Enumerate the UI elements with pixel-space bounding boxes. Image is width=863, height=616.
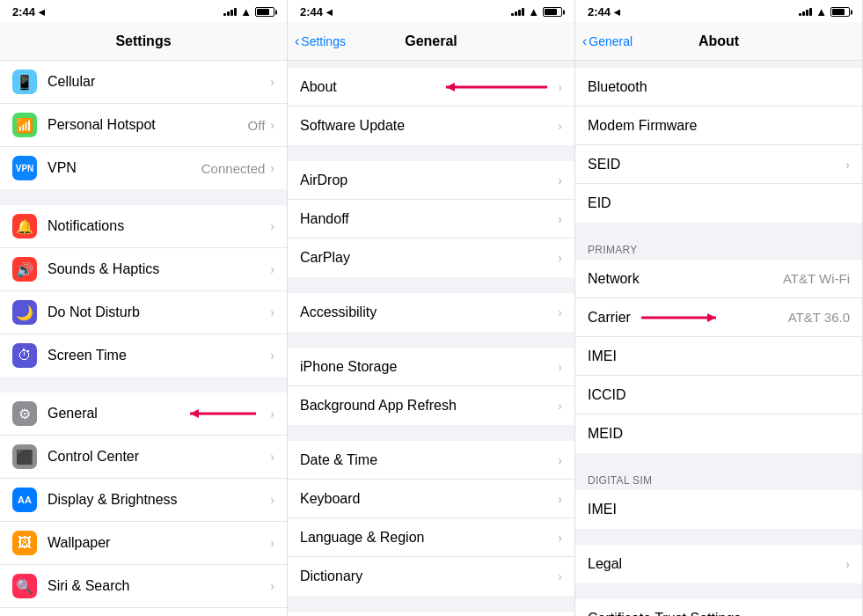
notifications-icon: 🔔 bbox=[12, 214, 37, 238]
screentime-row[interactable]: ⏱ Screen Time › bbox=[0, 334, 287, 377]
wallpaper-label: Wallpaper bbox=[48, 535, 270, 551]
display-row[interactable]: AA Display & Brightness › bbox=[0, 479, 287, 522]
general-row[interactable]: ⚙ General › bbox=[0, 392, 287, 436]
iphone-storage-row[interactable]: iPhone Storage › bbox=[288, 348, 574, 386]
meid-label: MEID bbox=[588, 426, 850, 442]
nav-bar-general: ‹ Settings General bbox=[288, 22, 574, 61]
status-time-3: 2:44 ◂ bbox=[588, 5, 620, 18]
accessibility-row[interactable]: Accessibility › bbox=[288, 293, 574, 332]
date-time-label: Date & Time bbox=[300, 452, 558, 468]
spacer-g2 bbox=[288, 277, 574, 293]
settings-section-2: 🔔 Notifications › 🔊 Sounds & Haptics › 🌙… bbox=[0, 205, 287, 377]
about-panel: 2:44 ◂ ▲ ‹ General About Bluetooth bbox=[575, 0, 863, 616]
siri-row[interactable]: 🔍 Siri & Search › bbox=[0, 565, 287, 608]
svg-marker-3 bbox=[446, 83, 455, 92]
cellular-row[interactable]: 📱 Cellular › bbox=[0, 61, 287, 104]
background-app-row[interactable]: Background App Refresh › bbox=[288, 386, 574, 425]
airdrop-row[interactable]: AirDrop › bbox=[288, 161, 574, 200]
spacer-g3 bbox=[288, 332, 574, 348]
language-label: Language & Region bbox=[300, 530, 558, 546]
bluetooth-row[interactable]: Bluetooth bbox=[575, 68, 862, 106]
itunes-sync-row[interactable]: iTunes Wi-Fi Sync › bbox=[288, 612, 574, 616]
notifications-row[interactable]: 🔔 Notifications › bbox=[0, 205, 287, 248]
faceid-row[interactable]: 👤 Face ID & Passcode › bbox=[0, 608, 287, 616]
software-update-row[interactable]: Software Update › bbox=[288, 106, 574, 145]
wallpaper-row[interactable]: 🖼 Wallpaper › bbox=[0, 522, 287, 565]
about-section-1: Bluetooth Modem Firmware SEID › EID bbox=[575, 68, 862, 223]
general-back-button[interactable]: ‹ Settings bbox=[295, 33, 346, 49]
cert-trust-row[interactable]: Certificate Trust Settings › bbox=[575, 599, 862, 616]
sounds-row[interactable]: 🔊 Sounds & Haptics › bbox=[0, 248, 287, 291]
battery-icon-2 bbox=[543, 7, 562, 17]
airdrop-chevron: › bbox=[558, 173, 562, 187]
language-chevron: › bbox=[558, 531, 562, 545]
general-section-3: Accessibility › bbox=[288, 293, 574, 332]
vpn-label: VPN bbox=[48, 160, 201, 176]
seid-row[interactable]: SEID › bbox=[575, 145, 862, 184]
iccid-row[interactable]: ICCID bbox=[575, 376, 862, 414]
legal-row[interactable]: Legal › bbox=[575, 545, 862, 583]
vpn-row[interactable]: VPN VPN Connected › bbox=[0, 147, 287, 189]
imei-digital-row[interactable]: IMEI bbox=[575, 490, 862, 529]
spacer-a2 bbox=[575, 453, 862, 469]
meid-row[interactable]: MEID bbox=[575, 414, 862, 453]
about-section-primary: PRIMARY Network AT&T Wi-Fi Carrier AT&T … bbox=[575, 238, 862, 453]
general-list[interactable]: About › Software Update › AirDrop › Hand… bbox=[288, 61, 574, 616]
siri-icon: 🔍 bbox=[12, 574, 37, 598]
hotspot-row[interactable]: 📶 Personal Hotspot Off › bbox=[0, 104, 287, 147]
legal-chevron: › bbox=[845, 557, 850, 571]
about-row[interactable]: About › bbox=[288, 68, 574, 106]
digital-sim-header: DIGITAL SIM bbox=[575, 469, 862, 490]
background-app-label: Background App Refresh bbox=[300, 398, 558, 414]
donotdisturb-row[interactable]: 🌙 Do Not Disturb › bbox=[0, 291, 287, 334]
settings-list[interactable]: 📱 Cellular › 📶 Personal Hotspot Off › VP… bbox=[0, 61, 287, 616]
battery-icon-1 bbox=[255, 7, 274, 17]
general-nav-title: General bbox=[405, 33, 457, 49]
about-back-button[interactable]: ‹ General bbox=[582, 33, 633, 49]
carplay-row[interactable]: CarPlay › bbox=[288, 238, 574, 277]
cellular-label: Cellular bbox=[48, 74, 270, 90]
network-row[interactable]: Network AT&T Wi-Fi bbox=[575, 260, 862, 298]
keyboard-chevron: › bbox=[558, 492, 562, 506]
spacer-g5 bbox=[288, 596, 574, 612]
wifi-icon-2: ▲ bbox=[528, 5, 539, 18]
dictionary-label: Dictionary bbox=[300, 568, 558, 584]
sounds-chevron: › bbox=[270, 262, 274, 276]
modem-firmware-label: Modem Firmware bbox=[588, 118, 850, 134]
keyboard-label: Keyboard bbox=[300, 491, 558, 507]
bluetooth-label: Bluetooth bbox=[588, 79, 850, 95]
handoff-row[interactable]: Handoff › bbox=[288, 200, 574, 238]
svg-marker-5 bbox=[707, 313, 716, 322]
hotspot-value: Off bbox=[248, 118, 266, 133]
cert-trust-label: Certificate Trust Settings bbox=[588, 611, 845, 616]
about-chevron: › bbox=[558, 80, 562, 94]
modem-firmware-row[interactable]: Modem Firmware bbox=[575, 106, 862, 145]
software-update-label: Software Update bbox=[300, 118, 558, 134]
controlcenter-row[interactable]: ⬛ Control Center › bbox=[0, 436, 287, 479]
signal-icon-3 bbox=[799, 8, 812, 16]
nav-bar-about: ‹ General About bbox=[575, 22, 862, 61]
eid-row[interactable]: EID bbox=[575, 184, 862, 223]
svg-marker-1 bbox=[190, 409, 199, 418]
wallpaper-icon: 🖼 bbox=[12, 531, 37, 555]
carrier-arrow bbox=[637, 307, 725, 328]
dictionary-row[interactable]: Dictionary › bbox=[288, 557, 574, 596]
spacer-g1 bbox=[288, 145, 574, 161]
accessibility-label: Accessibility bbox=[300, 304, 558, 320]
spacer-a4 bbox=[575, 583, 862, 599]
seid-chevron: › bbox=[845, 158, 850, 172]
about-list[interactable]: Bluetooth Modem Firmware SEID › EID PRIM… bbox=[575, 61, 862, 616]
imei-primary-row[interactable]: IMEI bbox=[575, 337, 862, 376]
iphone-storage-chevron: › bbox=[558, 360, 562, 374]
hotspot-icon: 📶 bbox=[12, 113, 37, 137]
language-row[interactable]: Language & Region › bbox=[288, 518, 574, 557]
keyboard-row[interactable]: Keyboard › bbox=[288, 480, 574, 518]
vpn-chevron: › bbox=[270, 161, 274, 175]
background-app-chevron: › bbox=[558, 399, 562, 413]
wifi-icon-3: ▲ bbox=[815, 5, 827, 18]
spacer-2 bbox=[0, 377, 287, 392]
date-time-row[interactable]: Date & Time › bbox=[288, 441, 574, 480]
general-arrow bbox=[181, 403, 260, 424]
status-bar-3: 2:44 ◂ ▲ bbox=[575, 0, 862, 22]
carrier-row[interactable]: Carrier AT&T 36.0 bbox=[575, 298, 862, 337]
